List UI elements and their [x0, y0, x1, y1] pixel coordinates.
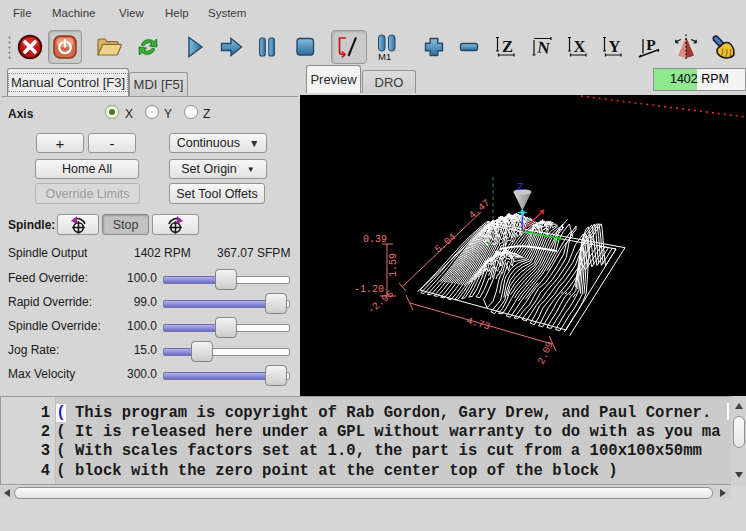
svg-text:5.04: 5.04: [433, 231, 458, 255]
svg-text:0.39: 0.39: [363, 234, 387, 245]
svg-text:Z: Z: [501, 37, 512, 56]
svg-text:1.59: 1.59: [388, 253, 399, 277]
svg-text:Z: Z: [517, 181, 524, 193]
svg-text:M1: M1: [378, 51, 391, 62]
svg-text:4.73: 4.73: [465, 315, 491, 332]
svg-text:2.09: 2.09: [536, 340, 556, 366]
svg-text:4.47: 4.47: [467, 197, 492, 221]
svg-text:Y: Y: [608, 37, 620, 56]
svg-text:X: X: [573, 37, 585, 56]
svg-text:-1.20: -1.20: [354, 284, 384, 295]
svg-text:N: N: [536, 37, 551, 57]
